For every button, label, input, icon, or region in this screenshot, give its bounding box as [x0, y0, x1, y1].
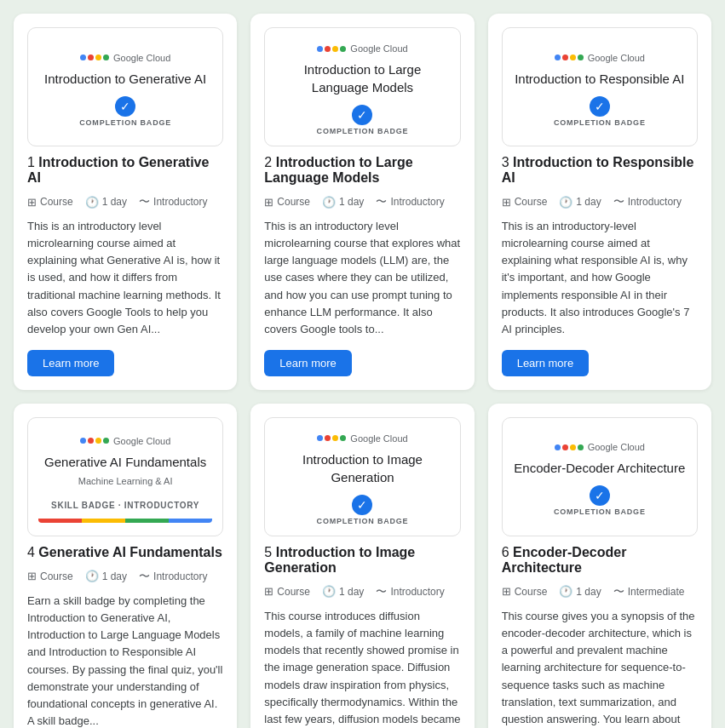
meta-duration-label: 1 day — [102, 570, 127, 582]
dot-red — [325, 46, 331, 52]
badge-title: Introduction to Image Generation — [275, 450, 449, 486]
card-2: Google Cloud Introduction to Large Langu… — [250, 14, 474, 390]
card-number: 4 — [27, 545, 35, 559]
card-number: 5 — [264, 545, 272, 559]
logo-dots — [555, 54, 584, 60]
card-title-text: Introduction to Responsible AI — [502, 155, 694, 185]
google-cloud-logo: Google Cloud — [317, 43, 407, 54]
clock-icon: 🕐 — [85, 196, 99, 209]
course-grid: Google Cloud Introduction to Generative … — [14, 14, 711, 728]
check-circle-icon: ✓ — [590, 96, 610, 117]
course-icon: ⊞ — [264, 196, 273, 209]
level-icon: 〜 — [139, 569, 150, 584]
meta-type-label: Course — [277, 196, 310, 208]
card-description: This is an introductory-level microlearn… — [502, 218, 698, 338]
completion-badge-area: ✓COMPLETION BADGE — [554, 96, 646, 127]
card-4: Google Cloud Generative AI FundamentalsM… — [14, 404, 237, 728]
meta-duration: 🕐 1 day — [85, 570, 127, 582]
card-description: This course gives you a synopsis of the … — [502, 608, 698, 728]
meta-duration-label: 1 day — [576, 586, 601, 598]
card-badge-4: Google Cloud Generative AI FundamentalsM… — [27, 417, 223, 536]
dot-green — [578, 54, 584, 60]
google-cloud-text: Google Cloud — [113, 436, 170, 446]
completion-badge-label: COMPLETION BADGE — [554, 507, 646, 516]
meta-type: ⊞ Course — [502, 196, 548, 209]
card-badge-5: Google Cloud Introduction to Image Gener… — [264, 417, 460, 536]
meta-level-label: Intermediate — [628, 586, 685, 598]
clock-icon: 🕐 — [559, 585, 573, 598]
dot-yellow — [570, 54, 576, 60]
meta-type: ⊞ Course — [27, 196, 73, 209]
card-number: 6 — [502, 545, 509, 559]
logo-dots — [80, 54, 109, 60]
check-circle-icon: ✓ — [590, 485, 610, 506]
google-cloud-logo: Google Cloud — [317, 433, 407, 444]
completion-badge-area: ✓COMPLETION BADGE — [554, 485, 646, 516]
dot-green — [103, 54, 109, 60]
course-icon: ⊞ — [27, 570, 37, 582]
dot-yellow — [95, 54, 101, 60]
meta-type-label: Course — [515, 196, 548, 208]
learn-more-button-2[interactable]: Learn more — [264, 350, 351, 376]
learn-more-button-3[interactable]: Learn more — [502, 350, 589, 376]
meta-type-label: Course — [40, 196, 73, 208]
meta-type-label: Course — [515, 586, 548, 598]
card-number: 3 — [502, 155, 509, 169]
learn-more-button-1[interactable]: Learn more — [27, 350, 114, 376]
google-cloud-text: Google Cloud — [350, 433, 407, 444]
card-title: 6 Encoder-Decoder Architecture — [502, 545, 698, 576]
card-description: This is an introductory level microlearn… — [27, 218, 223, 338]
card-title: 5 Introduction to Image Generation — [264, 545, 460, 576]
meta-duration-label: 1 day — [339, 196, 364, 208]
clock-icon: 🕐 — [322, 585, 336, 598]
dot-red — [562, 54, 568, 60]
check-circle-icon: ✓ — [115, 96, 135, 117]
meta-level: 〜 Intermediate — [613, 584, 685, 599]
google-cloud-text: Google Cloud — [350, 43, 407, 54]
logo-dots — [317, 46, 346, 52]
card-title: 1 Introduction to Generative AI — [27, 155, 223, 186]
check-circle-icon: ✓ — [352, 105, 372, 125]
meta-type: ⊞ Course — [502, 585, 548, 598]
badge-title: Generative AI Fundamentals — [44, 453, 206, 471]
google-cloud-logo: Google Cloud — [80, 53, 170, 63]
meta-level-label: Introductory — [153, 196, 207, 208]
card-meta: ⊞ Course 🕐 1 day 〜 Intermediate — [502, 584, 698, 599]
dot-green — [340, 435, 346, 441]
card-badge-3: Google Cloud Introduction to Responsible… — [502, 27, 698, 146]
dot-yellow — [570, 444, 576, 450]
completion-badge-area: ✓COMPLETION BADGE — [79, 96, 171, 127]
dot-blue — [80, 438, 86, 444]
card-badge-1: Google Cloud Introduction to Generative … — [27, 27, 223, 146]
completion-badge-area: ✓COMPLETION BADGE — [317, 105, 409, 135]
card-3: Google Cloud Introduction to Responsible… — [488, 14, 711, 390]
google-cloud-text: Google Cloud — [588, 53, 645, 63]
dot-yellow — [95, 438, 101, 444]
dot-blue — [555, 54, 561, 60]
dot-red — [88, 54, 94, 60]
card-description: This course introduces diffusion models,… — [264, 608, 460, 728]
meta-duration: 🕐 1 day — [85, 196, 127, 209]
course-icon: ⊞ — [27, 196, 37, 209]
dot-green — [578, 444, 584, 450]
skill-badge-color-bar — [38, 519, 212, 523]
google-cloud-text: Google Cloud — [588, 442, 645, 452]
card-meta: ⊞ Course 🕐 1 day 〜 Introductory — [27, 569, 223, 584]
meta-level-label: Introductory — [628, 196, 682, 208]
completion-badge-label: COMPLETION BADGE — [554, 118, 646, 127]
card-meta: ⊞ Course 🕐 1 day 〜 Introductory — [502, 194, 698, 209]
card-meta: ⊞ Course 🕐 1 day 〜 Introductory — [27, 194, 223, 209]
card-title-text: Introduction to Large Language Models — [264, 155, 412, 185]
course-icon: ⊞ — [502, 585, 511, 598]
check-circle-icon: ✓ — [352, 495, 372, 515]
meta-level-label: Introductory — [390, 586, 444, 598]
level-icon: 〜 — [376, 584, 387, 599]
dot-blue — [317, 435, 323, 441]
dot-red — [325, 435, 331, 441]
course-icon: ⊞ — [502, 196, 511, 209]
meta-level: 〜 Introductory — [139, 569, 207, 584]
card-title-text: Generative AI Fundamentals — [38, 545, 222, 559]
google-cloud-text: Google Cloud — [113, 53, 170, 63]
card-6: Google Cloud Encoder-Decoder Architectur… — [488, 404, 711, 728]
meta-duration: 🕐 1 day — [559, 196, 601, 209]
